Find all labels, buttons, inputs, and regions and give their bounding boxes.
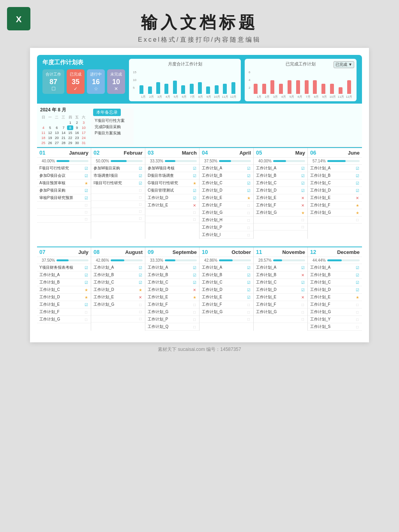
month-name: June xyxy=(348,150,360,156)
done-select[interactable]: 已完成 ▼ xyxy=(334,61,354,68)
task-item: 工作计划_C ☑ xyxy=(200,279,253,286)
check-icon: ☑ xyxy=(355,188,360,193)
task-name: 工作计划_E xyxy=(148,294,191,300)
check-icon: ☑ xyxy=(192,273,197,277)
cross-icon: ✕ xyxy=(138,295,143,299)
task-item: 工作计划_C ☑ xyxy=(145,279,199,286)
task-name: 审核P项目研究预算 xyxy=(39,195,83,201)
note-item: Y项目可行性方案 xyxy=(93,118,131,124)
task-item: 工作计划_F □ xyxy=(308,301,362,308)
month-name: Februar xyxy=(124,150,143,156)
task-name: 工作计划_G xyxy=(94,302,137,307)
empty-icon: □ xyxy=(246,225,251,230)
check-icon: ☑ xyxy=(192,266,197,270)
month-name: March xyxy=(182,150,197,156)
task-name: 工作计划_A xyxy=(256,265,299,270)
task-item: 工作计划_B ☑ xyxy=(254,172,307,180)
task-name: I项目可行性研究 xyxy=(94,180,137,186)
progress-bar-fill xyxy=(56,259,69,261)
month-num: 04 xyxy=(202,150,208,156)
check-icon: ☑ xyxy=(300,181,305,185)
month-name: July xyxy=(78,249,88,255)
task-item: 工作计划_B ✕ xyxy=(254,271,307,279)
check-icon: ☑ xyxy=(84,166,88,171)
stat-pending-value: 10 xyxy=(110,78,122,86)
task-item: 工作计划_C ☑ xyxy=(308,279,362,286)
month-num: 06 xyxy=(310,150,316,156)
progress-bar-bg xyxy=(56,259,88,261)
progress-bar-fill xyxy=(327,160,346,162)
empty-icon: □ xyxy=(84,203,88,207)
task-item: G项目可行性研究 ★ xyxy=(145,180,199,187)
empty-icon: □ xyxy=(300,218,305,222)
task-item: 工作计划_A ☑ xyxy=(200,264,253,271)
task-name: 工作计划_A xyxy=(148,265,191,270)
star-icon: ★ xyxy=(192,181,197,185)
cal-grid: 日一二三四五六123456789101112131415161718192021… xyxy=(40,115,87,145)
empty-icon: □ xyxy=(300,225,305,229)
progress-pct: 40.00% xyxy=(256,159,272,163)
cross-icon: ✕ xyxy=(192,203,197,208)
task-item: 工作计划_I □ xyxy=(200,231,253,239)
task-name: 工作计划_A xyxy=(256,166,299,171)
task-name: 工作计划_A xyxy=(94,265,137,270)
task-name: 工作计划_B xyxy=(39,280,83,285)
empty-icon: □ xyxy=(246,303,251,307)
task-item: 工作计划_G ★ xyxy=(308,209,362,217)
task-name: 工作计划_G xyxy=(256,309,299,315)
task-item: □ xyxy=(37,209,91,216)
month-progress-row: 37.50% xyxy=(200,158,253,165)
task-name: 工作计划_B xyxy=(310,173,354,178)
task-name: 工作计划_D xyxy=(39,294,83,300)
progress-bar-fill xyxy=(165,259,175,261)
month-header: 05 May xyxy=(254,148,307,158)
progress-pct: 33.33% xyxy=(148,258,163,262)
task-item: 工作计划_Q □ xyxy=(145,323,199,331)
empty-icon: □ xyxy=(300,303,305,307)
check-icon: ☑ xyxy=(246,288,251,292)
month-header: 04 April xyxy=(200,148,253,158)
watermark-text: 素材天下 sucaisai.com 编号：14587357 xyxy=(158,347,241,352)
task-item: 工作计划_G □ xyxy=(308,308,362,316)
task-name: 工作计划_G xyxy=(202,309,245,315)
month-progress-row: 57.14% xyxy=(308,158,362,165)
task-item: 工作计划_B ☑ xyxy=(308,172,362,180)
task-name: Y项目财务报表考核 xyxy=(39,265,83,270)
empty-icon: □ xyxy=(138,202,143,206)
task-item: 工作计划_C ☑ xyxy=(254,180,307,187)
task-item: 工作计划_F □ xyxy=(37,308,91,316)
stat-progress-label: 进行中 xyxy=(90,72,102,77)
task-item: □ xyxy=(91,315,145,322)
month-name: January xyxy=(69,150,88,156)
mid-chart-title: 月度合计工作计划 xyxy=(133,61,237,67)
progress-bar-fill xyxy=(111,160,127,162)
task-item: A项目预算审核 ★ xyxy=(37,180,91,187)
progress-bar-fill xyxy=(273,160,286,162)
progress-pct: 44.44% xyxy=(310,258,326,262)
task-name: 工作计划_D xyxy=(256,287,299,292)
star-icon: ★ xyxy=(84,181,88,185)
task-item: 市场调查I项目 ☑ xyxy=(91,172,145,180)
month-header: 03 March xyxy=(145,148,199,158)
task-item: 工作计划_D ★ xyxy=(91,286,145,294)
month-progress-row: 33.33% xyxy=(145,257,199,264)
task-name: 工作计划_C xyxy=(202,180,245,186)
progress-bar-bg xyxy=(165,160,197,162)
task-item: 工作计划_A ☑ xyxy=(308,264,362,271)
task-name: 工作计划_E xyxy=(202,294,245,300)
empty-icon: □ xyxy=(355,218,360,222)
progress-bar-bg xyxy=(327,160,360,162)
task-item: 工作计划_F ✕ xyxy=(254,202,307,209)
task-item: 工作计划_A ☑ xyxy=(91,264,145,271)
stat-total-value: 87 xyxy=(46,78,61,86)
check-icon: ☑ xyxy=(84,196,88,200)
month-column: 03 March 33.33% 参加W项目考核 ☑ D项目市场调查 ☑ G项目可… xyxy=(145,148,200,239)
empty-icon: □ xyxy=(246,211,251,215)
task-item: 工作计划_C ☑ xyxy=(308,180,362,187)
annual-notes: 本年备忘录 Y项目可行性方案完成D项目采购P项目方案实施 xyxy=(91,108,134,145)
cross-icon: ✕ xyxy=(300,273,305,277)
task-name: 工作计划_H xyxy=(202,217,245,223)
check-icon: ☑ xyxy=(138,181,143,185)
star-icon: ★ xyxy=(300,211,305,215)
progress-pct: 42.86% xyxy=(202,258,217,262)
